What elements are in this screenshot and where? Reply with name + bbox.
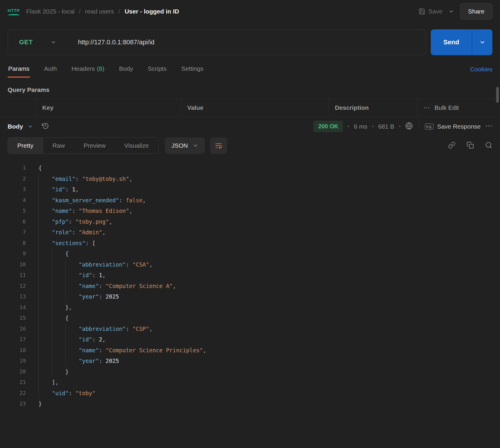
code-line: 11"id": 1, xyxy=(0,270,500,281)
request-bar: GET Send xyxy=(0,23,500,55)
tab-auth[interactable]: Auth xyxy=(43,61,57,78)
send-button-group: Send xyxy=(431,29,492,55)
view-tab-visualize[interactable]: Visualize xyxy=(115,138,158,154)
http-logo-swoosh xyxy=(8,14,20,15)
method-label: GET xyxy=(19,38,33,46)
indent-guide xyxy=(38,324,52,334)
line-number: 3 xyxy=(0,184,26,195)
indent-guide xyxy=(38,206,52,216)
history-icon xyxy=(42,122,49,129)
indent-guide xyxy=(38,227,52,238)
indent-guide xyxy=(65,345,79,356)
save-icon xyxy=(418,8,425,15)
more-options-icon xyxy=(485,122,492,129)
save-response-button[interactable]: e.g. Save Response xyxy=(425,123,481,130)
format-select[interactable]: JSON xyxy=(165,137,205,154)
response-panel: Body 200 OK 6 ms 681 B e.g. xyxy=(0,116,500,409)
indent-guide xyxy=(38,356,52,366)
indent-guide xyxy=(38,270,52,281)
tab-body[interactable]: Body xyxy=(119,61,134,78)
url-input[interactable] xyxy=(65,38,426,46)
bulk-edit-button[interactable]: Bulk Edit xyxy=(417,99,496,117)
response-code-viewer[interactable]: 1{2"email": "toby@toby.sh",3"id": 1,4"ka… xyxy=(0,158,500,409)
params-table: Key Value Description Bulk Edit xyxy=(4,99,496,117)
response-body-dropdown[interactable]: Body xyxy=(8,123,33,130)
column-description: Description xyxy=(329,99,417,117)
save-button[interactable]: Save xyxy=(418,8,442,15)
scrollbar-thumb[interactable] xyxy=(496,87,499,103)
indent-guide xyxy=(52,313,65,324)
search-body-button[interactable] xyxy=(485,142,492,150)
dot-separator xyxy=(348,126,349,127)
breadcrumb-request-name[interactable]: User - logged in ID xyxy=(125,8,179,15)
breadcrumb-workspace[interactable]: Flask 2025 - local xyxy=(26,8,75,15)
indent-guide xyxy=(65,270,79,281)
send-button[interactable]: Send xyxy=(431,29,472,55)
line-number: 5 xyxy=(0,206,26,216)
line-number: 20 xyxy=(0,366,26,377)
tab-scripts[interactable]: Scripts xyxy=(147,61,167,78)
indent-guide xyxy=(52,248,65,259)
line-number: 13 xyxy=(0,291,26,302)
code-line: 5"name": "Thomas Edison", xyxy=(0,206,500,216)
view-tab-preview[interactable]: Preview xyxy=(74,138,115,154)
send-options-button[interactable] xyxy=(472,29,492,55)
wrap-lines-icon xyxy=(215,142,222,149)
copy-link-button[interactable] xyxy=(448,142,455,150)
indent-guide xyxy=(38,302,52,313)
line-number: 16 xyxy=(0,324,26,334)
code-line: 7"role": "Admin", xyxy=(0,227,500,238)
response-more-actions-button[interactable] xyxy=(485,122,492,130)
view-tab-pretty[interactable]: Pretty xyxy=(8,138,43,154)
globe-icon xyxy=(405,122,413,130)
code-line: 17"id": 2, xyxy=(0,334,500,345)
network-info-button[interactable] xyxy=(405,122,413,131)
breadcrumb-collection[interactable]: read users xyxy=(85,8,114,15)
save-label: Save xyxy=(428,8,442,15)
indent-guide xyxy=(52,259,65,270)
line-number: 9 xyxy=(0,248,26,259)
method-select[interactable]: GET xyxy=(8,38,65,46)
topbar: HTTP Flask 2025 - local / read users / U… xyxy=(0,0,500,23)
tab-settings[interactable]: Settings xyxy=(181,61,204,78)
tab-params[interactable]: Params xyxy=(8,61,30,78)
indent-guide xyxy=(38,366,52,377)
save-response-label: Save Response xyxy=(437,123,481,130)
code-line: 21], xyxy=(0,377,500,388)
indent-guide xyxy=(65,324,79,334)
line-number: 14 xyxy=(0,302,26,313)
code-line: 13"year": 2025 xyxy=(0,291,500,302)
view-tab-raw[interactable]: Raw xyxy=(43,138,74,154)
indent-guide xyxy=(52,270,65,281)
response-header: Body 200 OK 6 ms 681 B e.g. xyxy=(0,117,500,135)
response-body-label: Body xyxy=(8,123,23,130)
copy-icon xyxy=(467,142,474,149)
breadcrumb-separator: / xyxy=(119,8,120,15)
indent-guide xyxy=(52,324,65,334)
tab-headers-label: Headers xyxy=(72,65,95,72)
response-view-switcher: Pretty Raw Preview Visualize xyxy=(8,137,158,154)
indent-guide xyxy=(65,334,79,345)
code-line: 20} xyxy=(0,366,500,377)
code-line: 14}, xyxy=(0,302,500,313)
indent-guide xyxy=(65,291,79,302)
save-options-button[interactable] xyxy=(448,9,454,14)
chevron-down-icon xyxy=(192,143,198,149)
request-tabs: Params Auth Headers(8) Body Scripts Sett… xyxy=(0,61,500,78)
indent-guide xyxy=(38,259,52,270)
wrap-lines-button[interactable] xyxy=(210,137,227,154)
http-request-icon[interactable]: HTTP xyxy=(8,8,20,15)
url-box: GET xyxy=(8,29,426,55)
link-icon xyxy=(448,142,455,149)
headers-count-badge: (8) xyxy=(97,65,104,72)
copy-body-button[interactable] xyxy=(467,142,474,150)
indent-guide xyxy=(38,281,52,292)
cookies-link[interactable]: Cookies xyxy=(470,66,492,78)
share-button[interactable]: Share xyxy=(460,3,492,20)
select-all-cell xyxy=(4,99,36,117)
indent-guide xyxy=(38,174,52,184)
response-size: 681 B xyxy=(378,123,394,130)
tab-headers[interactable]: Headers(8) xyxy=(71,61,105,78)
response-history-button[interactable] xyxy=(42,122,49,130)
indent-guide xyxy=(38,334,52,345)
